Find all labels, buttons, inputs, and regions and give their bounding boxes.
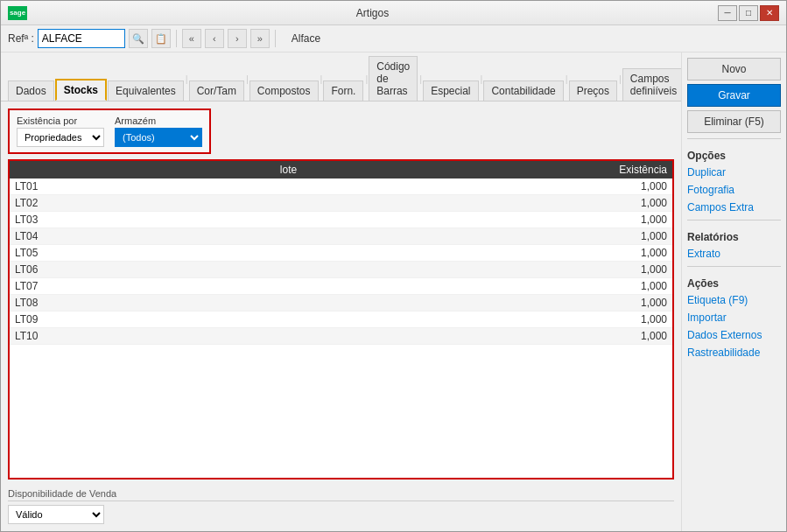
window-controls: ─ □ ✕	[718, 5, 779, 21]
cell-existencia: 1,000	[562, 247, 667, 259]
tabs-bar: Dados Stocks Equivalentes | Cor/Tam | Co…	[1, 52, 681, 102]
tab-compostos[interactable]: Compostos	[249, 80, 319, 101]
fotografia-link[interactable]: Fotografia	[687, 183, 781, 197]
existencia-group: Existência por Propriedades	[17, 116, 104, 147]
divider-2	[687, 220, 781, 220]
table-body: LT011,000LT021,000LT031,000LT041,000LT05…	[10, 178, 672, 478]
cell-existencia: 1,000	[562, 180, 667, 192]
col-lote-header: lote	[15, 164, 562, 176]
search-button[interactable]: 🔍	[129, 29, 148, 48]
rastreabilidade-link[interactable]: Rastreabilidade	[687, 346, 781, 360]
article-name: Alface	[281, 32, 779, 45]
armazem-label: Armazém	[115, 116, 202, 126]
tab-especial[interactable]: Especial	[423, 80, 478, 101]
close-button[interactable]: ✕	[760, 5, 779, 21]
tab-forn[interactable]: Forn.	[323, 80, 363, 101]
cell-existencia: 1,000	[562, 214, 667, 226]
table-row[interactable]: LT051,000	[10, 245, 672, 262]
tab-dados[interactable]: Dados	[8, 80, 54, 101]
cell-lote: LT06	[15, 263, 562, 276]
tab-contabilidade[interactable]: Contabilidade	[483, 80, 563, 101]
tab-codigobarras[interactable]: Código de Barras	[369, 56, 418, 101]
main-window: sage Artigos ─ □ ✕ Refª : 🔍 📋 « ‹ › » Al…	[0, 0, 787, 532]
toolbar-sep-2	[275, 30, 276, 47]
first-button[interactable]: «	[182, 29, 201, 48]
cell-existencia: 1,000	[562, 263, 667, 276]
last-button[interactable]: »	[250, 29, 270, 48]
importar-link[interactable]: Importar	[687, 311, 781, 325]
toolbar-sep-1	[176, 30, 177, 47]
campos-extra-link[interactable]: Campos Extra	[687, 200, 781, 214]
armazem-group: Armazém (Todos)	[115, 116, 202, 147]
cell-lote: LT09	[15, 313, 562, 326]
table-row[interactable]: LT021,000	[10, 195, 672, 212]
existencia-select[interactable]: Propriedades	[17, 128, 104, 147]
cell-lote: LT05	[15, 247, 562, 259]
tab-cortam[interactable]: Cor/Tam	[189, 80, 244, 101]
etiqueta-link[interactable]: Etiqueta (F9)	[687, 293, 781, 307]
table-row[interactable]: LT071,000	[10, 278, 672, 295]
right-panel: Novo Gravar Eliminar (F5) Opções Duplica…	[681, 52, 786, 531]
eliminar-button[interactable]: Eliminar (F5)	[687, 110, 781, 133]
table-row[interactable]: LT091,000	[10, 312, 672, 328]
ref-input[interactable]	[38, 29, 125, 48]
toolbar: Refª : 🔍 📋 « ‹ › » Alface	[1, 25, 786, 52]
cell-lote: LT10	[15, 330, 562, 342]
next-button[interactable]: ›	[228, 29, 247, 48]
armazem-select[interactable]: (Todos)	[115, 128, 202, 147]
disponibilidade-label: Disponibilidade de Venda	[8, 488, 674, 501]
left-panel: Dados Stocks Equivalentes | Cor/Tam | Co…	[1, 52, 681, 531]
window-title: Artigos	[27, 7, 718, 19]
table-row[interactable]: LT041,000	[10, 228, 672, 245]
gravar-button[interactable]: Gravar	[687, 84, 781, 107]
existencia-label: Existência por	[17, 116, 104, 126]
cell-existencia: 1,000	[562, 330, 667, 342]
cell-existencia: 1,000	[562, 230, 667, 242]
table-row[interactable]: LT101,000	[10, 328, 672, 345]
panel-body: Existência por Propriedades Armazém (Tod…	[1, 102, 681, 531]
cell-lote: LT04	[15, 230, 562, 242]
divider-1	[687, 138, 781, 139]
ref-label: Refª :	[8, 32, 34, 45]
col-existencia-header: Existência	[562, 164, 667, 176]
cell-lote: LT02	[15, 197, 562, 209]
cell-lote: LT08	[15, 297, 562, 309]
cell-existencia: 1,000	[562, 297, 667, 309]
table-row[interactable]: LT081,000	[10, 295, 672, 312]
extrato-link[interactable]: Extrato	[687, 247, 781, 261]
tab-stocks[interactable]: Stocks	[55, 79, 107, 101]
opcoes-title: Opções	[687, 150, 781, 162]
relatorios-title: Relatórios	[687, 231, 781, 243]
novo-button[interactable]: Novo	[687, 58, 781, 80]
stocks-table-wrapper: lote Existência LT011,000LT021,000LT031,…	[8, 159, 674, 480]
copy-button[interactable]: 📋	[151, 29, 171, 48]
cell-existencia: 1,000	[562, 197, 667, 209]
sage-logo: sage	[8, 6, 27, 20]
table-row[interactable]: LT011,000	[10, 178, 672, 195]
table-header: lote Existência	[10, 161, 672, 178]
maximize-button[interactable]: □	[739, 5, 758, 21]
main-content: Dados Stocks Equivalentes | Cor/Tam | Co…	[1, 52, 786, 531]
duplicar-link[interactable]: Duplicar	[687, 165, 781, 179]
cell-lote: LT03	[15, 214, 562, 226]
title-bar-left: sage	[8, 6, 27, 20]
table-row[interactable]: LT061,000	[10, 262, 672, 278]
cell-existencia: 1,000	[562, 280, 667, 292]
disponibilidade-select[interactable]: Válido	[8, 505, 104, 524]
divider-3	[687, 266, 781, 267]
tab-precos[interactable]: Preços	[569, 80, 617, 101]
minimize-button[interactable]: ─	[718, 5, 737, 21]
prev-button[interactable]: ‹	[205, 29, 224, 48]
dados-externos-link[interactable]: Dados Externos	[687, 328, 781, 342]
existencia-row: Existência por Propriedades Armazém (Tod…	[8, 108, 211, 154]
title-bar: sage Artigos ─ □ ✕	[1, 1, 786, 25]
table-row[interactable]: LT031,000	[10, 212, 672, 228]
tab-equivalentes[interactable]: Equivalentes	[108, 80, 184, 101]
cell-existencia: 1,000	[562, 313, 667, 326]
cell-lote: LT01	[15, 180, 562, 192]
acoes-title: Ações	[687, 277, 781, 290]
tab-camposdefiniv[interactable]: Campos definiíveis	[622, 68, 681, 101]
disponibilidade-section: Disponibilidade de Venda Válido	[8, 488, 674, 524]
cell-lote: LT07	[15, 280, 562, 292]
